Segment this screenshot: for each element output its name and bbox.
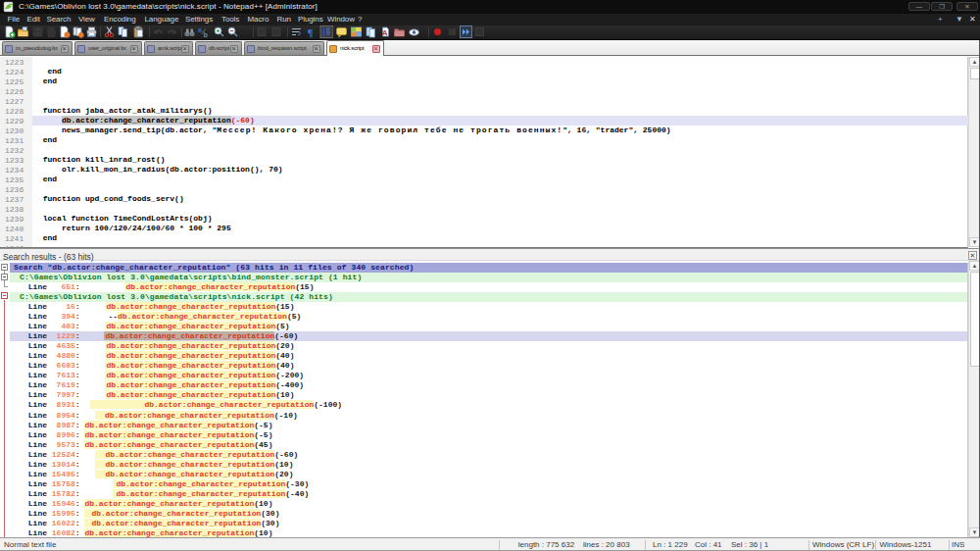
svg-text:b: b [204,31,208,38]
svg-text:¶: ¶ [308,26,314,38]
svg-text:A: A [382,28,388,37]
svg-text:a: a [198,26,202,33]
